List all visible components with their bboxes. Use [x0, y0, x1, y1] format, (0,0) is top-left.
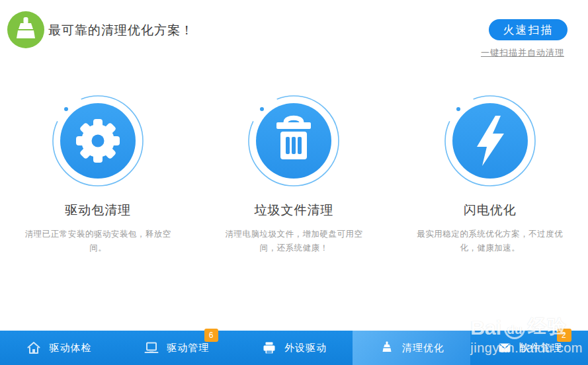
tab-label: 清理优化 [402, 342, 444, 354]
feature-row: 驱动包清理 清理已正常安装的驱动安装包，释放空间。 垃圾文件清理 清理电脑垃圾文… [0, 91, 588, 256]
driver-management-badge: 6 [204, 329, 219, 342]
home-icon [26, 340, 42, 356]
bottom-navbar: 驱动体检 驱动管理 6 外设驱动 清理优化 [0, 331, 588, 365]
tab-driver-management[interactable]: 驱动管理 6 [118, 331, 235, 365]
quick-scan-button[interactable]: 火速扫描 [489, 19, 567, 40]
header-slogan: 最可靠的清理优化方案！ [48, 22, 194, 39]
tab-driver-checkup[interactable]: 驱动体检 [0, 331, 118, 365]
brush-icon [7, 11, 44, 48]
feature-junk-file-clean: 垃圾文件清理 清理电脑垃圾文件，增加硬盘可用空间，还系统健康！ [196, 91, 392, 256]
feature-description: 最实用稳定的系统优化方案，不过度优化，健康加速。 [413, 227, 567, 256]
tab-clean-optimize[interactable]: 清理优化 [353, 331, 470, 365]
printer-icon [261, 340, 277, 356]
lightning-optimize-button[interactable] [441, 91, 540, 190]
trash-icon [276, 118, 311, 159]
tab-label: 驱动体检 [49, 342, 91, 354]
tab-label: 外设驱动 [284, 342, 327, 354]
feature-title: 垃圾文件清理 [254, 202, 333, 219]
auto-clean-link[interactable]: 一键扫描并自动清理 [481, 47, 564, 59]
driver-package-clean-button[interactable] [48, 91, 147, 190]
gear-icon [76, 119, 120, 163]
brush-icon [379, 340, 395, 356]
envelope-icon [497, 340, 513, 356]
laptop-icon [144, 340, 159, 356]
tab-software-management[interactable]: 软件管理 2 [470, 331, 588, 365]
feature-lightning-optimize: 闪电优化 最实用稳定的系统优化方案，不过度优化，健康加速。 [392, 91, 588, 256]
tab-peripheral-drivers[interactable]: 外设驱动 [235, 331, 353, 365]
feature-driver-package-clean: 驱动包清理 清理已正常安装的驱动安装包，释放空间。 [0, 91, 196, 256]
feature-title: 驱动包清理 [65, 202, 131, 219]
cleaner-app-icon [7, 11, 44, 48]
feature-description: 清理已正常安装的驱动安装包，释放空间。 [21, 227, 175, 256]
software-management-badge: 2 [557, 329, 571, 342]
tab-label: 驱动管理 [167, 342, 209, 354]
junk-file-clean-button[interactable] [244, 91, 343, 190]
tab-label: 软件管理 [520, 342, 562, 354]
feature-description: 清理电脑垃圾文件，增加硬盘可用空间，还系统健康！ [217, 227, 370, 256]
paw-icon [513, 300, 536, 317]
feature-title: 闪电优化 [464, 202, 517, 219]
